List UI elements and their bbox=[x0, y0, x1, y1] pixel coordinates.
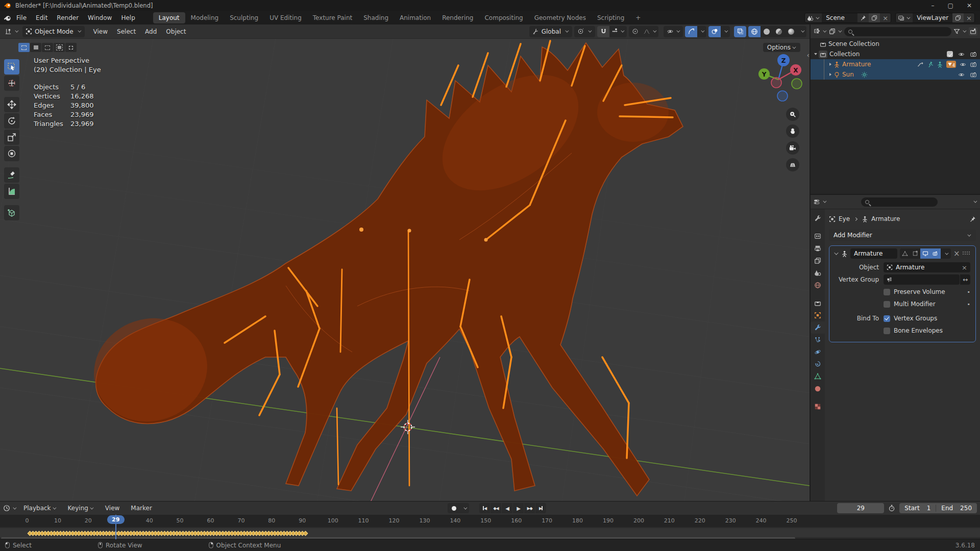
workspace-tab[interactable]: + bbox=[630, 12, 646, 23]
workspace-tab[interactable]: Modeling bbox=[185, 12, 225, 23]
scene-selector[interactable]: Scene × bbox=[804, 13, 891, 23]
zoom-button[interactable] bbox=[786, 108, 799, 121]
camera-view-button[interactable] bbox=[786, 141, 799, 155]
keying-menu[interactable]: Keying bbox=[63, 503, 99, 513]
unlink-scene-icon[interactable]: × bbox=[880, 13, 891, 22]
workspace-tab[interactable]: Texture Paint bbox=[307, 12, 358, 23]
gizmo-z-label[interactable]: Z bbox=[781, 57, 786, 64]
outliner-display-mode[interactable] bbox=[829, 28, 842, 35]
viewport-menu-item[interactable]: View bbox=[89, 27, 112, 37]
select-extend-button[interactable] bbox=[30, 43, 41, 52]
start-frame-field[interactable]: Start1 bbox=[899, 505, 936, 512]
sidebar-collapse-arrow[interactable]: ‹ bbox=[806, 51, 810, 59]
snap-target-dropdown[interactable] bbox=[609, 26, 627, 37]
timeline-editor-type[interactable] bbox=[3, 505, 17, 512]
eye-icon[interactable] bbox=[958, 51, 965, 58]
viewlayer-name[interactable]: ViewLayer bbox=[913, 14, 952, 21]
shading-dropdown[interactable] bbox=[797, 26, 806, 37]
invert-vertex-group-button[interactable]: ↔ bbox=[960, 274, 970, 285]
modifier-extras-dropdown[interactable] bbox=[941, 248, 951, 259]
workspace-tab[interactable]: UV Editing bbox=[264, 12, 307, 23]
tab-object-data[interactable] bbox=[811, 370, 825, 383]
visibility-dropdown[interactable] bbox=[664, 26, 683, 37]
camera-icon[interactable] bbox=[970, 51, 977, 58]
3d-viewport[interactable]: Object Mode ViewSelectAddObject Global bbox=[0, 24, 810, 501]
select-invert-button[interactable] bbox=[54, 43, 65, 52]
gizmos-toggle[interactable] bbox=[685, 26, 697, 37]
tab-modifiers[interactable] bbox=[811, 321, 825, 334]
tab-view-layer[interactable] bbox=[811, 255, 825, 267]
workspace-tab[interactable]: Geometry Nodes bbox=[529, 12, 592, 23]
options-button[interactable]: Options bbox=[763, 43, 800, 52]
outliner-row-collection[interactable]: Collection bbox=[811, 49, 980, 59]
camera-icon[interactable] bbox=[970, 71, 977, 78]
shading-rendered-button[interactable] bbox=[785, 26, 797, 37]
current-frame-field[interactable]: 29 bbox=[837, 503, 884, 513]
shading-solid-button[interactable] bbox=[761, 26, 773, 37]
disclosure-triangle[interactable] bbox=[829, 73, 831, 76]
menu-item[interactable]: File bbox=[12, 13, 31, 23]
pin-icon[interactable] bbox=[969, 216, 976, 222]
overlays-toggle[interactable] bbox=[708, 26, 721, 37]
shading-wireframe-button[interactable] bbox=[748, 26, 761, 37]
menu-item[interactable]: Window bbox=[83, 13, 116, 23]
use-preview-range-button[interactable] bbox=[888, 505, 895, 512]
gizmo-minus-y[interactable] bbox=[792, 79, 802, 89]
new-viewlayer-icon[interactable] bbox=[955, 15, 961, 21]
workspace-tab[interactable]: Layout bbox=[153, 12, 185, 23]
shading-material-button[interactable] bbox=[773, 26, 785, 37]
breadcrumb-modifier[interactable]: Armature bbox=[871, 215, 900, 222]
auto-key-dropdown[interactable] bbox=[460, 503, 469, 513]
tab-scene[interactable] bbox=[811, 267, 825, 279]
menu-item[interactable]: Render bbox=[52, 13, 83, 23]
workspace-tab[interactable]: Scripting bbox=[592, 12, 630, 23]
maximize-button[interactable]: ▢ bbox=[948, 2, 953, 9]
gizmos-dropdown[interactable] bbox=[697, 26, 706, 37]
vertex-group-field[interactable] bbox=[884, 274, 960, 285]
viewport-menu-item[interactable]: Object bbox=[161, 27, 190, 37]
workspace-tab[interactable]: Rendering bbox=[436, 12, 479, 23]
delete-modifier-icon[interactable]: × bbox=[953, 250, 960, 258]
xray-toggle[interactable] bbox=[734, 26, 746, 37]
add-modifier-button[interactable]: Add Modifier bbox=[829, 230, 976, 241]
tab-texture[interactable] bbox=[811, 400, 825, 413]
editor-type-button[interactable] bbox=[3, 28, 20, 35]
camera-icon[interactable] bbox=[970, 61, 977, 68]
animate-property-dot[interactable]: • bbox=[967, 301, 971, 308]
animate-property-dot[interactable]: • bbox=[967, 289, 971, 295]
viewport-canvas[interactable] bbox=[0, 39, 810, 501]
workspace-tab[interactable]: Sculpting bbox=[224, 12, 264, 23]
select-intersect-button[interactable] bbox=[65, 43, 77, 52]
tab-render[interactable] bbox=[811, 230, 825, 242]
viewport-menu-item[interactable]: Select bbox=[112, 27, 140, 37]
outliner-editor-type[interactable] bbox=[813, 28, 827, 35]
gizmo-minus-z[interactable] bbox=[777, 91, 788, 101]
tab-world[interactable] bbox=[811, 279, 825, 291]
auto-key-button[interactable] bbox=[448, 503, 460, 513]
gizmo-minus-x[interactable] bbox=[771, 78, 781, 88]
drag-handle-icon[interactable] bbox=[963, 252, 971, 256]
playback-menu[interactable]: Playback bbox=[19, 503, 61, 513]
blender-menu-icon[interactable] bbox=[3, 14, 12, 22]
select-set-button[interactable] bbox=[18, 43, 30, 52]
clear-object-icon[interactable]: × bbox=[962, 264, 967, 271]
wireframe-wolf-mesh[interactable] bbox=[81, 43, 683, 496]
outliner-row-scene-collection[interactable]: Scene Collection bbox=[811, 39, 980, 49]
select-subtract-button[interactable] bbox=[42, 43, 53, 52]
menu-item[interactable]: Edit bbox=[31, 13, 52, 23]
outliner-row-armature[interactable]: Armature 4 bbox=[811, 59, 980, 69]
snap-toggle[interactable] bbox=[597, 26, 609, 37]
on-cage-toggle[interactable] bbox=[900, 248, 910, 259]
outliner-row-sun[interactable]: Sun bbox=[811, 69, 980, 80]
minimize-button[interactable]: – bbox=[932, 2, 935, 9]
gizmo-y-label[interactable]: Y bbox=[762, 71, 767, 78]
pan-button[interactable] bbox=[786, 124, 799, 138]
eye-icon[interactable] bbox=[959, 61, 967, 68]
edit-mode-toggle[interactable] bbox=[910, 248, 920, 259]
tab-physics[interactable] bbox=[811, 346, 825, 358]
perspective-toggle-button[interactable] bbox=[786, 158, 799, 171]
overlays-dropdown[interactable] bbox=[721, 26, 730, 37]
properties-editor-type[interactable] bbox=[813, 198, 827, 205]
tool-add-cube[interactable] bbox=[4, 205, 19, 220]
timeline-ruler[interactable]: 0102040506070809010011012013014015016017… bbox=[0, 515, 980, 527]
